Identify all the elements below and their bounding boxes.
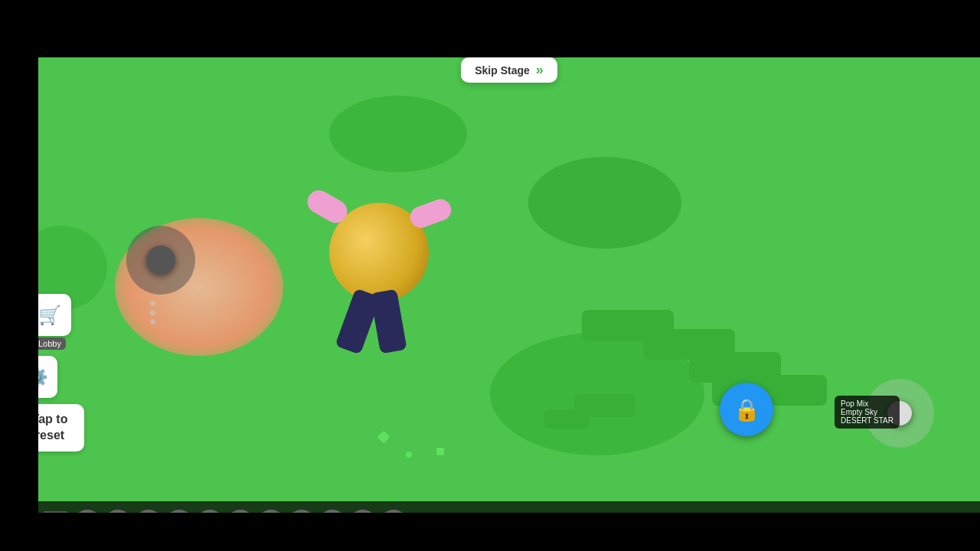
avatar-6: 👤 xyxy=(226,510,255,513)
tap-reset-line2: reset xyxy=(38,429,64,442)
platform-1 xyxy=(329,96,467,172)
skip-stage-button[interactable]: Skip Stage » xyxy=(461,57,557,83)
left-sidebar: 🛒 Lobby ⚙️ Tap to reset xyxy=(38,294,84,452)
avatar-1: 👤 xyxy=(73,510,102,513)
popup-line2: Empty Sky xyxy=(841,408,893,416)
avatar-4: 👤 xyxy=(165,510,194,513)
avatar-3: 👤 xyxy=(134,510,163,513)
game-area: ☰ 31 ‹ « EASY 72 xyxy=(38,57,980,513)
popup-line3: DESERT STAR xyxy=(841,416,893,425)
platform-2 xyxy=(528,157,681,249)
joystick-outer xyxy=(126,226,195,295)
gear-icon: ⚙️ xyxy=(38,367,48,388)
settings-button[interactable]: ⚙️ xyxy=(38,356,57,398)
lock-icon: 🔒 xyxy=(733,397,760,422)
avatar-10: 👤 xyxy=(348,510,377,513)
joystick-inner xyxy=(146,246,175,275)
player-avatars: 👤 👥 👤 👤 👤 👤 👤 👤 👤 👤 👤 xyxy=(73,510,980,513)
lobby-label: Lobby xyxy=(38,337,66,350)
shop-button[interactable]: 🛒 xyxy=(38,294,71,336)
avatar-8: 👤 xyxy=(287,510,316,513)
leg-right xyxy=(370,289,407,354)
black-bar-bottom xyxy=(0,513,980,551)
tap-reset-button[interactable]: Tap to reset xyxy=(38,404,84,452)
avatar-9: 👤 xyxy=(318,510,347,513)
game-container: ☰ 31 ‹ « EASY 72 xyxy=(0,0,980,551)
lock-button[interactable]: 🔒 xyxy=(720,383,773,436)
avatar-11: 👤 xyxy=(379,510,408,513)
skip-arrows-icon: » xyxy=(536,62,544,78)
particle-1 xyxy=(377,431,390,444)
skip-stage-label: Skip Stage xyxy=(475,64,530,77)
joystick-dots xyxy=(150,301,155,324)
particle-3 xyxy=(436,448,444,455)
joystick[interactable] xyxy=(126,226,195,295)
black-bar-top xyxy=(0,0,980,57)
particle-2 xyxy=(406,452,412,458)
tap-reset-line1: Tap to xyxy=(38,412,67,425)
avatar-5: 👤 xyxy=(195,510,224,513)
arm-right xyxy=(407,196,454,230)
music-popup: Pop Mix Empty Sky DESERT STAR xyxy=(835,396,900,429)
bottom-arrow-button[interactable]: ▼ xyxy=(42,511,69,514)
avatar-7: 👤 xyxy=(256,510,286,513)
dot-1 xyxy=(150,301,155,306)
step-6 xyxy=(544,409,590,429)
character xyxy=(299,180,467,394)
dot-3 xyxy=(150,319,155,324)
dot-2 xyxy=(150,310,155,315)
bottom-bar: ▼ 👤 👥 👤 👤 👤 👤 👤 👤 👤 👤 👤 xyxy=(38,501,980,513)
cart-icon: 🛒 xyxy=(38,305,61,326)
popup-line1: Pop Mix xyxy=(841,399,893,408)
stage-info: ‹ « EASY 72 Skip Stage » xyxy=(456,57,563,83)
avatar-2: 👥 xyxy=(103,510,132,513)
